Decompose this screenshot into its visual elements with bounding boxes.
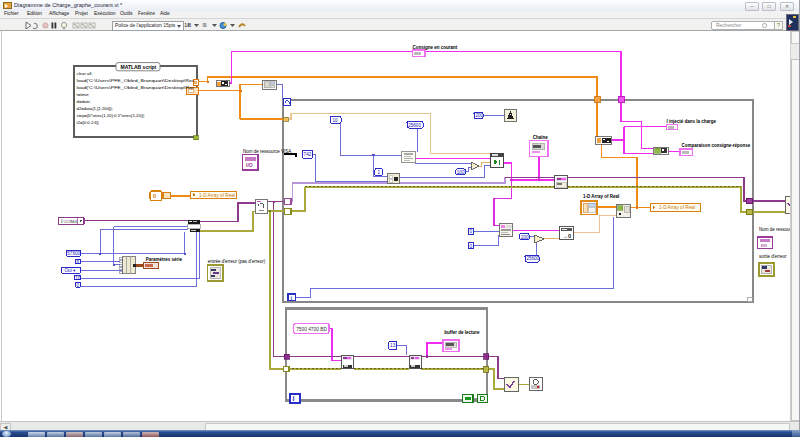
svg-text:sortie d'erreur: sortie d'erreur — [759, 254, 787, 259]
svg-text:200: 200 — [521, 235, 529, 240]
svg-text:25600: 25600 — [526, 256, 539, 261]
svg-text:Comparaison consigne-réponse: Comparaison consigne-réponse — [681, 143, 750, 148]
svg-text:7500 4700 BD: 7500 4700 BD — [296, 327, 327, 332]
svg-text:742: 742 — [304, 152, 312, 157]
svg-text:1-D Array of Real: 1-D Array of Real — [583, 194, 619, 199]
svg-text:MATLAB script: MATLAB script — [121, 64, 157, 70]
svg-text:t=time;: t=time; — [77, 92, 90, 97]
svg-text:1Ƀ: 1Ƀ — [184, 22, 191, 28]
svg-text:0: 0 — [153, 193, 156, 199]
svg-text:i: i — [293, 395, 295, 402]
svg-text:Ⅰ⁄ COM4: Ⅰ⁄ COM4 — [61, 219, 77, 224]
svg-text:Nom de ressour: Nom de ressour — [759, 227, 790, 232]
svg-text:I/O: I/O — [761, 243, 767, 248]
svg-text:10: 10 — [75, 276, 81, 281]
svg-text:≋: ≋ — [202, 22, 207, 28]
svg-text:0: 0 — [77, 283, 80, 288]
svg-text:25600: 25600 — [408, 123, 421, 128]
svg-text:t2=[0:0.2:6];: t2=[0:0.2:6]; — [77, 120, 100, 125]
svg-text:load('C:\Users\PFE_Obled_Branq: load('C:\Users\PFE_Obled_Branquart\Deskt… — [77, 78, 196, 83]
svg-text:step=[0*ones(1,10);0.5*ones(1,: step=[0*ones(1,10);0.5*ones(1,20)]; — [77, 113, 145, 118]
svg-text:1: 1 — [377, 170, 380, 175]
svg-text:57600: 57600 — [67, 251, 80, 256]
svg-text:13: 13 — [390, 343, 396, 348]
svg-text:·Oui ▾: ·Oui ▾ — [63, 268, 76, 273]
svg-text:I injecté dans la charge: I injecté dans la charge — [666, 119, 716, 124]
svg-text:10: 10 — [333, 118, 339, 123]
svg-text:Chaîne: Chaîne — [533, 135, 549, 140]
svg-text:0: 0 — [469, 229, 472, 234]
svg-text:entrée d'erreur (pas d'erreur): entrée d'erreur (pas d'erreur) — [208, 259, 266, 264]
svg-text:1-D Array of Real: 1-D Array of Real — [659, 205, 695, 210]
svg-text:8: 8 — [77, 259, 80, 264]
svg-text:100: 100 — [457, 170, 465, 175]
svg-text:buffer de lecture: buffer de lecture — [444, 330, 480, 335]
svg-text:1-D Array of Real: 1-D Array of Real — [199, 193, 235, 198]
svg-text:200: 200 — [475, 113, 483, 118]
svg-text:d=date;: d=date; — [77, 99, 91, 104]
svg-text:load('C:\Users\PFE_Obled_Branq: load('C:\Users\PFE_Obled_Branquart\Deskt… — [77, 85, 196, 90]
svg-text:I/O: I/O — [246, 162, 253, 168]
svg-text:→0: →0 — [563, 233, 572, 239]
svg-text:0: 0 — [469, 244, 472, 249]
svg-text:Consigne en courant: Consigne en courant — [413, 45, 458, 50]
svg-text:Paramètres série: Paramètres série — [146, 257, 183, 262]
svg-text:clear all;: clear all; — [77, 71, 93, 76]
svg-text:d2=data(1,[1:200]);: d2=data(1,[1:200]); — [77, 106, 113, 111]
